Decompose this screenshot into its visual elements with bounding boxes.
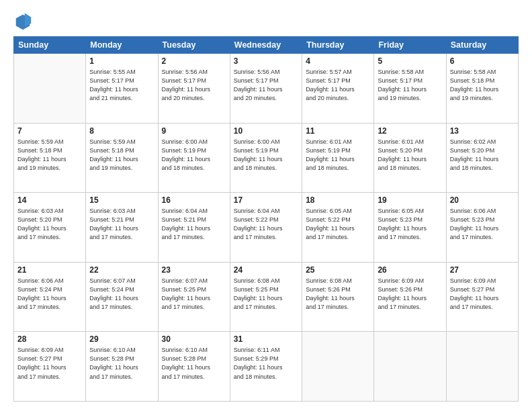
day-info: Sunrise: 6:09 AM Sunset: 5:27 PM Dayligh… — [17, 346, 82, 381]
calendar-cell: 31Sunrise: 6:11 AM Sunset: 5:29 PM Dayli… — [230, 332, 302, 402]
day-info: Sunrise: 6:11 AM Sunset: 5:29 PM Dayligh… — [234, 346, 298, 381]
calendar-cell: 22Sunrise: 6:07 AM Sunset: 5:24 PM Dayli… — [86, 262, 158, 332]
logo — [13, 12, 35, 31]
day-number: 19 — [378, 195, 442, 205]
day-number: 28 — [17, 334, 82, 344]
day-info: Sunrise: 5:58 AM Sunset: 5:17 PM Dayligh… — [378, 68, 442, 103]
calendar-cell: 6Sunrise: 5:58 AM Sunset: 5:18 PM Daylig… — [446, 54, 518, 124]
day-info: Sunrise: 5:59 AM Sunset: 5:18 PM Dayligh… — [89, 138, 154, 173]
day-number: 27 — [450, 265, 515, 275]
day-info: Sunrise: 6:03 AM Sunset: 5:21 PM Dayligh… — [89, 207, 154, 242]
day-number: 8 — [89, 126, 154, 136]
calendar-cell: 7Sunrise: 5:59 AM Sunset: 5:18 PM Daylig… — [14, 123, 86, 193]
day-info: Sunrise: 5:57 AM Sunset: 5:17 PM Dayligh… — [306, 68, 370, 103]
calendar-cell: 19Sunrise: 6:05 AM Sunset: 5:23 PM Dayli… — [374, 193, 446, 263]
day-number: 12 — [378, 126, 442, 136]
day-info: Sunrise: 6:08 AM Sunset: 5:26 PM Dayligh… — [306, 277, 370, 312]
week-row-5: 28Sunrise: 6:09 AM Sunset: 5:27 PM Dayli… — [14, 332, 519, 402]
day-info: Sunrise: 6:01 AM Sunset: 5:20 PM Dayligh… — [378, 138, 442, 173]
calendar-cell — [374, 332, 446, 402]
day-number: 21 — [17, 265, 82, 275]
day-number: 1 — [89, 56, 154, 66]
day-info: Sunrise: 6:03 AM Sunset: 5:20 PM Dayligh… — [17, 207, 82, 242]
week-row-2: 7Sunrise: 5:59 AM Sunset: 5:18 PM Daylig… — [14, 123, 519, 193]
day-number: 20 — [450, 195, 515, 205]
calendar-cell: 13Sunrise: 6:02 AM Sunset: 5:20 PM Dayli… — [446, 123, 518, 193]
col-header-tuesday: Tuesday — [158, 37, 230, 54]
day-info: Sunrise: 6:10 AM Sunset: 5:28 PM Dayligh… — [162, 346, 226, 381]
calendar-cell — [446, 332, 518, 402]
calendar-cell: 10Sunrise: 6:00 AM Sunset: 5:19 PM Dayli… — [230, 123, 302, 193]
calendar-cell: 9Sunrise: 6:00 AM Sunset: 5:19 PM Daylig… — [158, 123, 230, 193]
day-info: Sunrise: 5:56 AM Sunset: 5:17 PM Dayligh… — [234, 68, 298, 103]
day-info: Sunrise: 6:02 AM Sunset: 5:20 PM Dayligh… — [450, 138, 515, 173]
logo-icon — [13, 12, 32, 31]
day-number: 9 — [162, 126, 226, 136]
day-number: 22 — [89, 265, 154, 275]
calendar-cell: 12Sunrise: 6:01 AM Sunset: 5:20 PM Dayli… — [374, 123, 446, 193]
day-number: 11 — [306, 126, 370, 136]
calendar-header-row: SundayMondayTuesdayWednesdayThursdayFrid… — [14, 37, 519, 54]
day-number: 13 — [450, 126, 515, 136]
day-number: 7 — [17, 126, 82, 136]
calendar-cell: 2Sunrise: 5:56 AM Sunset: 5:17 PM Daylig… — [158, 54, 230, 124]
col-header-wednesday: Wednesday — [230, 37, 302, 54]
col-header-thursday: Thursday — [302, 37, 374, 54]
calendar-cell: 20Sunrise: 6:06 AM Sunset: 5:23 PM Dayli… — [446, 193, 518, 263]
day-number: 24 — [234, 265, 298, 275]
day-number: 25 — [306, 265, 370, 275]
day-number: 6 — [450, 56, 515, 66]
day-info: Sunrise: 6:06 AM Sunset: 5:23 PM Dayligh… — [450, 207, 515, 242]
calendar-cell: 5Sunrise: 5:58 AM Sunset: 5:17 PM Daylig… — [374, 54, 446, 124]
calendar-cell: 18Sunrise: 6:05 AM Sunset: 5:22 PM Dayli… — [302, 193, 374, 263]
day-info: Sunrise: 6:05 AM Sunset: 5:23 PM Dayligh… — [378, 207, 442, 242]
day-number: 23 — [162, 265, 226, 275]
calendar-cell: 24Sunrise: 6:08 AM Sunset: 5:25 PM Dayli… — [230, 262, 302, 332]
day-number: 5 — [378, 56, 442, 66]
col-header-friday: Friday — [374, 37, 446, 54]
day-info: Sunrise: 5:55 AM Sunset: 5:17 PM Dayligh… — [89, 68, 154, 103]
day-number: 14 — [17, 195, 82, 205]
day-number: 30 — [162, 334, 226, 344]
day-info: Sunrise: 6:09 AM Sunset: 5:26 PM Dayligh… — [378, 277, 442, 312]
day-info: Sunrise: 6:10 AM Sunset: 5:28 PM Dayligh… — [89, 346, 154, 381]
calendar-cell — [14, 54, 86, 124]
day-info: Sunrise: 6:01 AM Sunset: 5:19 PM Dayligh… — [306, 138, 370, 173]
calendar-cell: 26Sunrise: 6:09 AM Sunset: 5:26 PM Dayli… — [374, 262, 446, 332]
col-header-monday: Monday — [86, 37, 158, 54]
calendar-cell: 21Sunrise: 6:06 AM Sunset: 5:24 PM Dayli… — [14, 262, 86, 332]
calendar-cell: 27Sunrise: 6:09 AM Sunset: 5:27 PM Dayli… — [446, 262, 518, 332]
day-number: 16 — [162, 195, 226, 205]
day-number: 10 — [234, 126, 298, 136]
svg-marker-2 — [25, 13, 31, 28]
calendar-cell: 23Sunrise: 6:07 AM Sunset: 5:25 PM Dayli… — [158, 262, 230, 332]
calendar-cell: 14Sunrise: 6:03 AM Sunset: 5:20 PM Dayli… — [14, 193, 86, 263]
header — [13, 12, 519, 31]
day-info: Sunrise: 6:00 AM Sunset: 5:19 PM Dayligh… — [234, 138, 298, 173]
calendar-cell: 30Sunrise: 6:10 AM Sunset: 5:28 PM Dayli… — [158, 332, 230, 402]
day-info: Sunrise: 6:05 AM Sunset: 5:22 PM Dayligh… — [306, 207, 370, 242]
day-number: 3 — [234, 56, 298, 66]
day-info: Sunrise: 6:07 AM Sunset: 5:24 PM Dayligh… — [89, 277, 154, 312]
calendar-cell: 4Sunrise: 5:57 AM Sunset: 5:17 PM Daylig… — [302, 54, 374, 124]
calendar-cell: 28Sunrise: 6:09 AM Sunset: 5:27 PM Dayli… — [14, 332, 86, 402]
day-info: Sunrise: 5:59 AM Sunset: 5:18 PM Dayligh… — [17, 138, 82, 173]
day-info: Sunrise: 5:56 AM Sunset: 5:17 PM Dayligh… — [162, 68, 226, 103]
col-header-sunday: Sunday — [14, 37, 86, 54]
calendar-cell: 1Sunrise: 5:55 AM Sunset: 5:17 PM Daylig… — [86, 54, 158, 124]
col-header-saturday: Saturday — [446, 37, 518, 54]
calendar-cell: 8Sunrise: 5:59 AM Sunset: 5:18 PM Daylig… — [86, 123, 158, 193]
calendar-cell — [302, 332, 374, 402]
calendar-cell: 3Sunrise: 5:56 AM Sunset: 5:17 PM Daylig… — [230, 54, 302, 124]
day-info: Sunrise: 5:58 AM Sunset: 5:18 PM Dayligh… — [450, 68, 515, 103]
calendar-cell: 16Sunrise: 6:04 AM Sunset: 5:21 PM Dayli… — [158, 193, 230, 263]
day-info: Sunrise: 6:00 AM Sunset: 5:19 PM Dayligh… — [162, 138, 226, 173]
day-info: Sunrise: 6:09 AM Sunset: 5:27 PM Dayligh… — [450, 277, 515, 312]
week-row-4: 21Sunrise: 6:06 AM Sunset: 5:24 PM Dayli… — [14, 262, 519, 332]
calendar-page: SundayMondayTuesdayWednesdayThursdayFrid… — [0, 0, 532, 411]
day-info: Sunrise: 6:04 AM Sunset: 5:21 PM Dayligh… — [162, 207, 226, 242]
week-row-1: 1Sunrise: 5:55 AM Sunset: 5:17 PM Daylig… — [14, 54, 519, 124]
calendar-cell: 15Sunrise: 6:03 AM Sunset: 5:21 PM Dayli… — [86, 193, 158, 263]
day-number: 31 — [234, 334, 298, 344]
day-info: Sunrise: 6:07 AM Sunset: 5:25 PM Dayligh… — [162, 277, 226, 312]
